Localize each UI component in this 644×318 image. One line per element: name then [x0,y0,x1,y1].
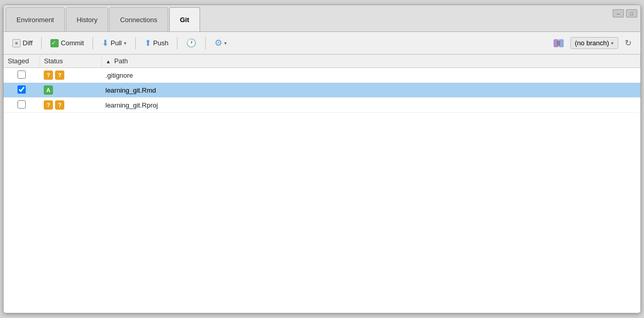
toolbar: ≡ Diff Commit ⬇ Pull ▾ ⬆ Push 🕐 ⚙ ▾ [4,32,640,55]
diff-button[interactable]: ≡ Diff [8,37,37,49]
sep5 [205,37,206,49]
tab-git[interactable]: Git [169,7,200,31]
maximize-button[interactable]: □ [626,9,637,17]
pull-button[interactable]: ⬇ Pull ▾ [97,36,131,50]
branch-label: (no branch) [575,39,609,47]
refresh-button[interactable]: ↺ [620,36,636,50]
stage-checkbox[interactable] [17,70,26,79]
added-badge: A [44,85,53,95]
untracked-badge: ? [55,100,64,110]
pull-icon: ⬇ [102,38,109,48]
clock-icon: 🕐 [186,38,196,48]
stage-checkbox[interactable] [17,85,26,94]
sep2 [93,37,93,49]
push-button[interactable]: ⬆ Push [140,36,173,50]
gear-icon: ⚙ [214,38,222,48]
col-staged: Staged [4,55,40,68]
file-table: Staged Status ▲ Path ??.gitignoreAlearni… [4,55,640,113]
minimize-button[interactable]: – [613,9,624,17]
tab-bar: Environment History Connections Git – □ [4,5,640,32]
staged-cell [4,98,40,111]
branch-selector[interactable]: (no branch) ▾ [570,37,618,49]
stage-all-button[interactable] [549,37,568,49]
staged-cell [4,83,40,96]
stage-icon [553,39,564,47]
untracked-badge: ? [55,70,64,80]
table-header-row: Staged Status ▲ Path [4,55,640,68]
status-cell: ?? [40,98,101,113]
diff-icon: ≡ [12,39,21,47]
file-table-container: Staged Status ▲ Path ??.gitignoreAlearni… [4,55,640,313]
main-window: Environment History Connections Git – □ … [3,5,641,313]
table-row[interactable]: Alearning_git.Rmd [4,83,640,98]
window-controls: – □ [613,9,637,17]
status-cell: ?? [40,68,101,83]
sep4 [177,37,177,49]
table-row[interactable]: ??.gitignore [4,68,640,83]
tab-environment[interactable]: Environment [6,7,65,31]
untracked-badge: ? [44,70,53,80]
sort-arrow-icon: ▲ [106,59,111,64]
pull-dropdown-arrow: ▾ [124,41,127,46]
col-status: Status [40,55,101,68]
tab-history[interactable]: History [66,7,108,31]
status-cell: A [40,83,101,98]
refresh-icon: ↺ [625,38,632,48]
settings-dropdown-arrow: ▾ [224,41,227,46]
col-path[interactable]: ▲ Path [101,55,640,68]
staged-cell [4,68,40,81]
sep3 [135,37,136,49]
stage-checkbox[interactable] [17,100,26,109]
sep1 [41,37,42,49]
push-icon: ⬆ [145,38,151,48]
path-cell: learning_git.Rproj [101,98,640,113]
commit-icon [50,39,59,47]
commit-button[interactable]: Commit [46,37,88,49]
untracked-badge: ? [44,100,53,110]
branch-dropdown-arrow: ▾ [611,41,614,46]
settings-button[interactable]: ⚙ ▾ [210,36,231,50]
path-cell: .gitignore [101,68,640,83]
history-button[interactable]: 🕐 [182,36,201,50]
tab-connections[interactable]: Connections [109,7,168,31]
path-cell: learning_git.Rmd [101,83,640,98]
table-row[interactable]: ??learning_git.Rproj [4,98,640,113]
